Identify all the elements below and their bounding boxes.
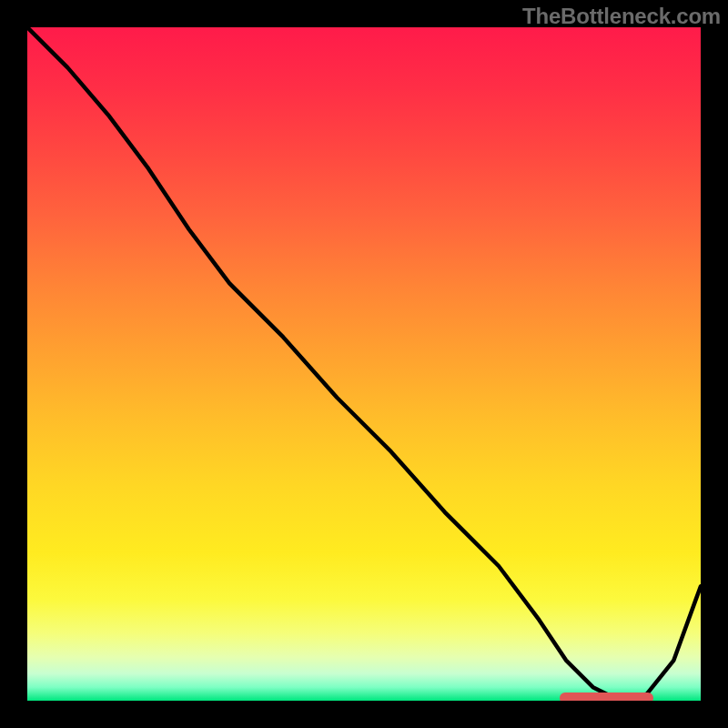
plot-area [27, 27, 701, 701]
chart-canvas: TheBottleneck.com [0, 0, 728, 728]
watermark-text: TheBottleneck.com [522, 4, 721, 29]
curve-line [27, 27, 701, 701]
curve-path [27, 27, 701, 701]
flat-segment-bar [560, 693, 654, 701]
